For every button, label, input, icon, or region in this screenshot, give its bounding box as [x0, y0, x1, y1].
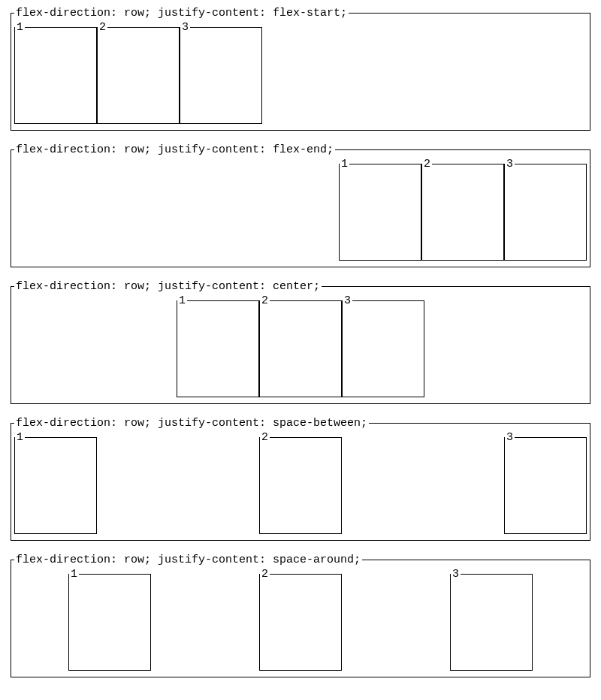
flex-item-label: 3 — [343, 295, 352, 306]
flex-container: 1 2 3 — [14, 158, 587, 264]
example-label: flex-direction: row; justify-content: fl… — [14, 8, 349, 19]
flex-example-flex-end: flex-direction: row; justify-content: fl… — [11, 144, 590, 267]
flex-item-label: 3 — [451, 569, 461, 580]
flex-item-label: 2 — [98, 22, 107, 33]
example-label: flex-direction: row; justify-content: fl… — [14, 144, 335, 155]
flex-item: 1 — [14, 432, 97, 534]
flex-container: 1 2 3 — [14, 432, 587, 537]
flex-item: 2 — [259, 295, 342, 397]
flex-container: 1 2 3 — [14, 22, 587, 127]
flex-item-label: 1 — [15, 432, 25, 443]
flex-item: 1 — [339, 158, 421, 261]
flex-item-label: 1 — [15, 22, 25, 33]
flex-item: 2 — [97, 22, 180, 124]
flex-item: 3 — [504, 432, 587, 534]
flex-item: 1 — [14, 22, 97, 124]
flex-item: 2 — [421, 158, 504, 261]
flex-item-label: 3 — [505, 158, 515, 170]
flex-item-label: 2 — [260, 295, 270, 306]
flex-item-label: 1 — [69, 569, 79, 580]
flex-item: 3 — [342, 295, 424, 397]
flex-item: 3 — [180, 22, 262, 124]
flex-item-label: 1 — [340, 158, 349, 170]
flex-item: 1 — [68, 569, 151, 671]
flex-item: 1 — [177, 295, 259, 397]
flex-item-label: 2 — [422, 158, 432, 170]
flex-item-label: 1 — [177, 295, 187, 306]
flex-example-center: flex-direction: row; justify-content: ce… — [11, 281, 590, 404]
flex-container: 1 2 3 — [14, 295, 587, 400]
example-label: flex-direction: row; justify-content: sp… — [14, 554, 362, 566]
flex-example-space-around: flex-direction: row; justify-content: sp… — [11, 554, 590, 677]
flex-example-space-between: flex-direction: row; justify-content: sp… — [11, 418, 590, 541]
flex-item-label: 3 — [505, 432, 515, 443]
flex-item: 2 — [259, 569, 342, 671]
flex-item-label: 2 — [260, 432, 270, 443]
flex-item-label: 2 — [260, 569, 270, 580]
example-label: flex-direction: row; justify-content: sp… — [14, 418, 369, 429]
flex-item: 2 — [259, 432, 342, 534]
flex-example-flex-start: flex-direction: row; justify-content: fl… — [11, 8, 590, 131]
flex-item-label: 3 — [180, 22, 190, 33]
example-label: flex-direction: row; justify-content: ce… — [14, 281, 322, 292]
flex-item: 3 — [504, 158, 587, 261]
flex-container: 1 2 3 — [14, 569, 587, 674]
flex-item: 3 — [450, 569, 533, 671]
